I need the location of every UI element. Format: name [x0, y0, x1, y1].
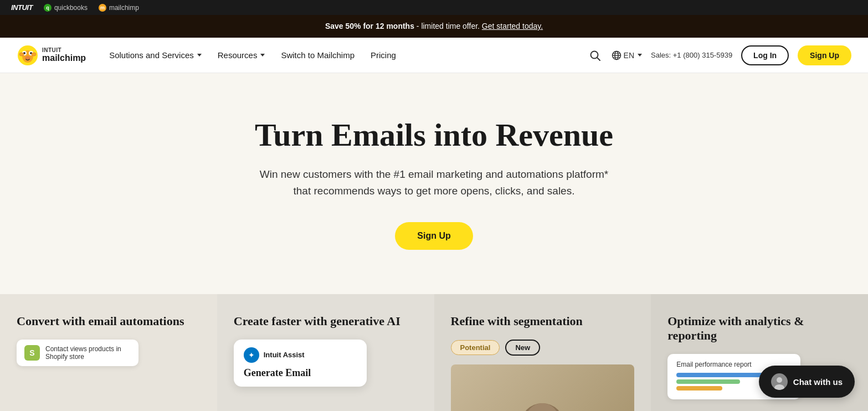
nav-logo-text: INTUIT mailchimp	[42, 47, 86, 63]
nav-logo-intuit: INTUIT	[42, 47, 86, 53]
nav-link-solutions[interactable]: Solutions and Services	[102, 46, 208, 64]
quickbooks-brand-item: q quickbooks	[44, 4, 88, 12]
promo-bar: Save 50% for 12 months - limited time of…	[0, 15, 868, 38]
quickbooks-label: quickbooks	[54, 4, 88, 12]
new-badge: New	[505, 340, 540, 356]
mailchimp-brand-label: mailchimp	[109, 4, 139, 12]
intuit-assist-body: Generate Email	[244, 367, 357, 379]
promo-text: Save 50% for 12 months	[325, 22, 414, 30]
main-nav: INTUIT mailchimp Solutions and Services …	[0, 38, 868, 73]
nav-links: Solutions and Services Resources Switch …	[102, 46, 587, 64]
shopify-widget-text: Contact views products in Shopify store	[45, 345, 131, 361]
nav-link-resources-label: Resources	[218, 50, 258, 60]
intuit-brand-logo: INTUIT	[11, 3, 33, 12]
globe-icon	[612, 50, 622, 60]
nav-link-pricing[interactable]: Pricing	[364, 46, 403, 64]
svg-point-17	[777, 377, 782, 383]
segmentation-image	[451, 364, 635, 411]
search-icon	[589, 50, 600, 61]
quickbooks-dot-icon: q	[44, 4, 52, 12]
intuit-assist-header: ✦ Intuit Assist	[244, 347, 357, 363]
chat-avatar-icon	[771, 373, 788, 390]
sales-phone: Sales: +1 (800) 315-5939	[651, 51, 732, 59]
nav-link-switch-label: Switch to Mailchimp	[281, 50, 355, 60]
report-bar-2	[676, 379, 739, 384]
mailchimp-brand-item: m mailchimp	[99, 4, 139, 12]
chevron-down-icon	[197, 54, 202, 56]
nav-right: EN Sales: +1 (800) 315-5939 Log In Sign …	[587, 45, 851, 65]
brand-bar: INTUIT q quickbooks m mailchimp	[0, 0, 868, 15]
feature-title-ai: Create faster with generative AI	[234, 314, 418, 328]
svg-line-10	[597, 58, 600, 60]
mailchimp-dot-icon: m	[99, 4, 106, 12]
chat-avatar	[771, 373, 788, 390]
intuit-assist-name: Intuit Assist	[264, 351, 305, 359]
nav-logo[interactable]: INTUIT mailchimp	[17, 44, 86, 66]
shopify-widget: S Contact views products in Shopify stor…	[17, 340, 138, 366]
intuit-assist-icon: ✦	[244, 347, 259, 363]
shopify-icon: S	[24, 345, 40, 361]
mailchimp-monkey-icon	[17, 44, 39, 66]
report-bar-3	[676, 386, 722, 391]
promo-subtext2: - limited time offer.	[417, 22, 480, 30]
feature-title-automations: Convert with email automations	[17, 314, 201, 328]
nav-link-pricing-label: Pricing	[371, 50, 396, 60]
chat-button[interactable]: Chat with us	[759, 366, 855, 398]
signup-button-nav[interactable]: Sign Up	[798, 45, 851, 65]
svg-point-8	[32, 53, 36, 56]
language-selector[interactable]: EN	[612, 50, 642, 60]
chat-label: Chat with us	[793, 377, 843, 387]
chevron-down-icon	[260, 54, 265, 56]
hero-title: Turn Emails into Revenue	[11, 117, 857, 153]
nav-link-solutions-label: Solutions and Services	[109, 50, 194, 60]
features-section: Convert with email automations S Contact…	[0, 294, 868, 411]
feature-card-automations: Convert with email automations S Contact…	[0, 294, 217, 411]
search-button[interactable]	[587, 48, 603, 63]
hero-signup-button[interactable]: Sign Up	[395, 222, 472, 250]
report-bar-1	[676, 373, 763, 377]
intuit-assist-widget: ✦ Intuit Assist Generate Email	[234, 340, 367, 387]
language-chevron-icon	[638, 54, 642, 56]
nav-logo-mailchimp: mailchimp	[42, 53, 86, 63]
potential-badge: Potential	[451, 340, 500, 355]
promo-link[interactable]: Get started today.	[482, 22, 543, 30]
feature-title-analytics: Optimize with analytics & reporting	[667, 314, 851, 343]
language-label: EN	[624, 51, 634, 60]
nav-link-resources[interactable]: Resources	[211, 46, 272, 64]
hero-subtitle: Win new customers with the #1 email mark…	[257, 166, 612, 200]
badge-row: Potential New	[451, 340, 635, 356]
hero-section: Turn Emails into Revenue Win new custome…	[0, 73, 868, 294]
feature-title-segmentation: Refine with segmentation	[451, 314, 635, 328]
nav-link-switch[interactable]: Switch to Mailchimp	[274, 46, 361, 64]
feature-card-ai: Create faster with generative AI ✦ Intui…	[217, 294, 434, 411]
feature-card-segmentation: Refine with segmentation Potential New	[434, 294, 651, 411]
login-button[interactable]: Log In	[741, 45, 789, 65]
svg-point-7	[19, 53, 24, 56]
